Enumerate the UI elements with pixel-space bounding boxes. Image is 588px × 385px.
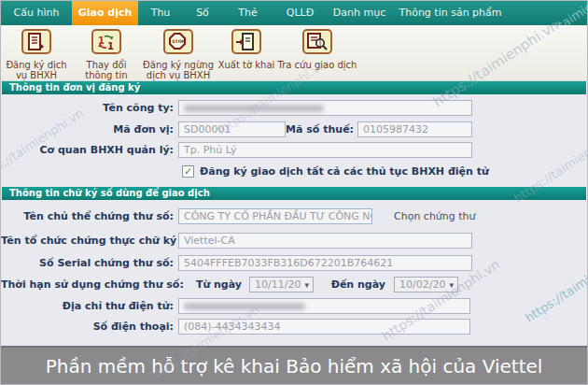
- register-service-button[interactable]: Đăng ký dịch vụ BHXH: [3, 29, 70, 80]
- section-header-signature-info: Thông tin chữ ký số dùng để giao dịch: [2, 187, 586, 200]
- from-date-dropdown[interactable]: 10/11/20 ▾: [249, 277, 314, 292]
- change-info-icon: 1 1: [91, 29, 121, 54]
- cert-subject-field[interactable]: CÔNG TY CỔ PHẦN ĐẦU TƯ CÔNG NG: [178, 208, 372, 224]
- email-field[interactable]: [178, 298, 470, 314]
- change-info-button[interactable]: 1 1 Thay đổi thông tin: [76, 29, 137, 80]
- search-transaction-icon: [302, 29, 332, 54]
- email-label: Địa chỉ thư điện tử:: [1, 298, 174, 314]
- company-name-label: Tên công ty:: [1, 100, 174, 116]
- export-declaration-icon: [231, 29, 261, 54]
- change-info-label: Thay đổi thông tin: [76, 60, 137, 80]
- bhxh-agency-label: Cơ quan BHXH quản lý:: [1, 142, 174, 158]
- redacted-company-name: [184, 105, 324, 112]
- to-date-label: Đến ngày: [313, 277, 385, 292]
- ca-org-label: Tên tổ chức chứng thực chữ ký số:: [1, 233, 174, 249]
- redacted-email: [184, 303, 305, 310]
- tax-code-field[interactable]: 0105987432: [357, 121, 472, 137]
- company-name-field[interactable]: [178, 100, 472, 116]
- tab-thong-tin-san-pham[interactable]: Thông tin sản phẩm: [392, 1, 509, 25]
- to-date-value: 10/02/20: [395, 278, 445, 291]
- chevron-down-icon: ▾: [445, 280, 457, 290]
- tab-danh-muc[interactable]: Danh mục: [327, 1, 392, 25]
- unit-code-field[interactable]: SD00001: [178, 121, 286, 137]
- export-declaration-label: Xuất tờ khai: [216, 60, 277, 70]
- search-transaction-button[interactable]: Tra cứu giao dịch: [277, 29, 357, 70]
- search-transaction-label: Tra cứu giao dịch: [277, 60, 357, 70]
- app-window: Cấu hình Giao dịch Thu Số Thẻ QLLĐ Danh …: [0, 0, 588, 385]
- register-service-label: Đăng ký dịch vụ BHXH: [3, 60, 70, 80]
- phone-field[interactable]: (084)-4434343434: [178, 319, 470, 335]
- unit-code-label: Mã đơn vị:: [1, 121, 174, 137]
- phone-label: Số điện thoại:: [1, 319, 174, 335]
- tab-cau-hinh[interactable]: Cấu hình: [1, 1, 72, 25]
- check-icon: ✓: [183, 166, 193, 177]
- toolbar: Đăng ký dịch vụ BHXH 1 1 Thay đổi thông …: [1, 25, 587, 81]
- from-date-label: Từ ngày: [169, 277, 242, 292]
- export-declaration-button[interactable]: Xuất tờ khai: [216, 29, 277, 70]
- cert-serial-label: Số Serial chứng thư số:: [1, 255, 174, 271]
- cert-serial-field[interactable]: 5404FFFEB7033FB316D672201B764621: [178, 255, 472, 271]
- register-all-procedures-checkbox[interactable]: ✓: [182, 165, 194, 178]
- bhxh-agency-field[interactable]: Tp. Phủ Lý: [178, 142, 472, 158]
- tab-so[interactable]: Số: [183, 1, 222, 25]
- to-date-dropdown[interactable]: 10/02/20 ▾: [394, 277, 458, 292]
- stop-service-icon: STOP: [163, 29, 193, 54]
- tab-the[interactable]: Thẻ: [222, 1, 273, 25]
- footer-caption-bar: Phần mềm hỗ trợ kê khai Bảo hiểm xã hội …: [1, 346, 587, 385]
- svg-text:1: 1: [107, 41, 114, 51]
- svg-text:STOP: STOP: [172, 39, 185, 44]
- register-service-icon: [21, 29, 51, 54]
- tab-thu[interactable]: Thu: [138, 1, 183, 25]
- choose-certificate-link[interactable]: Chọn chứng thư: [394, 208, 476, 224]
- stop-service-label: Đăng ký ngừng dịch vụ BHXH: [141, 60, 216, 80]
- svg-text:1: 1: [98, 36, 105, 46]
- chevron-down-icon: ▾: [301, 280, 313, 290]
- section-header-unit-info: Thông tin đơn vị đăng ký: [2, 81, 586, 94]
- footer-caption-text: Phần mềm hỗ trợ kê khai Bảo hiểm xã hội …: [1, 348, 587, 385]
- tax-code-label: Mã số thuế:: [281, 121, 354, 137]
- register-all-procedures-label: Đăng ký giao dịch tất cả các thủ tục BHX…: [200, 164, 489, 178]
- stop-service-button[interactable]: STOP Đăng ký ngừng dịch vụ BHXH: [141, 29, 216, 80]
- tab-bar: Cấu hình Giao dịch Thu Số Thẻ QLLĐ Danh …: [1, 1, 587, 25]
- from-date-value: 10/11/20: [250, 278, 301, 291]
- ca-org-field[interactable]: Viettel-CA: [178, 233, 472, 249]
- tab-giao-dich[interactable]: Giao dịch: [72, 1, 138, 25]
- tab-qlld[interactable]: QLLĐ: [273, 1, 327, 25]
- cert-subject-label: Tên chủ thể chứng thư số:: [1, 208, 174, 224]
- cert-validity-label: Thời hạn sử dụng chứng thư số:: [1, 277, 174, 292]
- watermark: https://taimienphi.vn: [523, 244, 588, 325]
